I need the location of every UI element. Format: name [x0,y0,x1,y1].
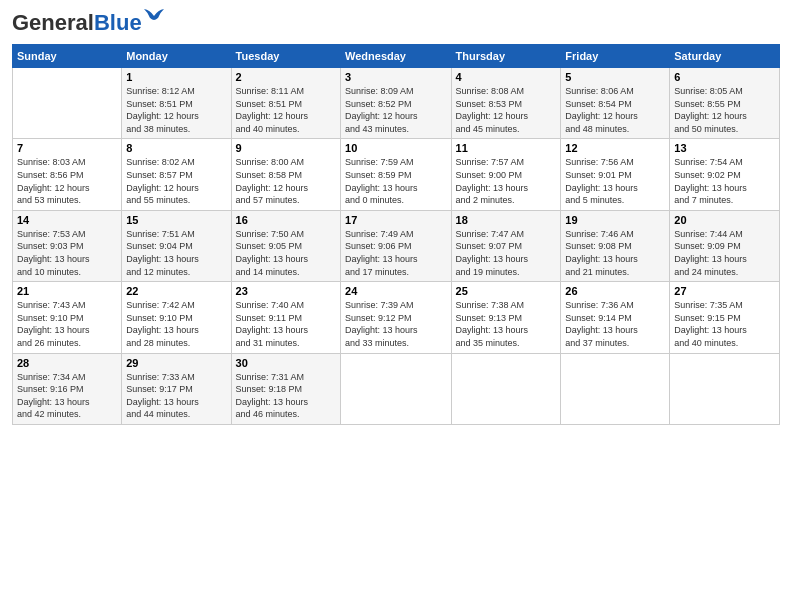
day-number: 22 [126,285,226,297]
calendar-cell: 3Sunrise: 8:09 AM Sunset: 8:52 PM Daylig… [341,68,451,139]
day-info: Sunrise: 8:08 AM Sunset: 8:53 PM Dayligh… [456,85,557,135]
day-info: Sunrise: 8:03 AM Sunset: 8:56 PM Dayligh… [17,156,117,206]
day-info: Sunrise: 8:11 AM Sunset: 8:51 PM Dayligh… [236,85,336,135]
calendar-cell: 28Sunrise: 7:34 AM Sunset: 9:16 PM Dayli… [13,353,122,424]
calendar-cell: 18Sunrise: 7:47 AM Sunset: 9:07 PM Dayli… [451,210,561,281]
day-info: Sunrise: 8:05 AM Sunset: 8:55 PM Dayligh… [674,85,775,135]
weekday-header: Wednesday [341,45,451,68]
calendar-cell: 9Sunrise: 8:00 AM Sunset: 8:58 PM Daylig… [231,139,340,210]
day-number: 27 [674,285,775,297]
day-info: Sunrise: 7:46 AM Sunset: 9:08 PM Dayligh… [565,228,665,278]
calendar-cell: 6Sunrise: 8:05 AM Sunset: 8:55 PM Daylig… [670,68,780,139]
calendar-week-row: 21Sunrise: 7:43 AM Sunset: 9:10 PM Dayli… [13,282,780,353]
day-info: Sunrise: 7:38 AM Sunset: 9:13 PM Dayligh… [456,299,557,349]
main-container: GeneralBlue SundayMondayTuesdayWednesday… [0,0,792,435]
day-info: Sunrise: 7:49 AM Sunset: 9:06 PM Dayligh… [345,228,446,278]
calendar-cell: 24Sunrise: 7:39 AM Sunset: 9:12 PM Dayli… [341,282,451,353]
calendar-cell: 29Sunrise: 7:33 AM Sunset: 9:17 PM Dayli… [122,353,231,424]
day-number: 4 [456,71,557,83]
calendar-cell: 11Sunrise: 7:57 AM Sunset: 9:00 PM Dayli… [451,139,561,210]
logo-bird-icon [144,8,164,24]
day-number: 2 [236,71,336,83]
day-number: 19 [565,214,665,226]
calendar-cell: 25Sunrise: 7:38 AM Sunset: 9:13 PM Dayli… [451,282,561,353]
calendar-cell: 23Sunrise: 7:40 AM Sunset: 9:11 PM Dayli… [231,282,340,353]
day-info: Sunrise: 7:51 AM Sunset: 9:04 PM Dayligh… [126,228,226,278]
day-info: Sunrise: 8:12 AM Sunset: 8:51 PM Dayligh… [126,85,226,135]
calendar-cell: 7Sunrise: 8:03 AM Sunset: 8:56 PM Daylig… [13,139,122,210]
calendar-cell [13,68,122,139]
day-number: 6 [674,71,775,83]
logo-text: GeneralBlue [12,10,142,35]
day-number: 9 [236,142,336,154]
calendar-cell: 16Sunrise: 7:50 AM Sunset: 9:05 PM Dayli… [231,210,340,281]
calendar-cell: 1Sunrise: 8:12 AM Sunset: 8:51 PM Daylig… [122,68,231,139]
day-info: Sunrise: 7:59 AM Sunset: 8:59 PM Dayligh… [345,156,446,206]
day-number: 14 [17,214,117,226]
header-row: SundayMondayTuesdayWednesdayThursdayFrid… [13,45,780,68]
weekday-header: Thursday [451,45,561,68]
day-number: 13 [674,142,775,154]
day-number: 28 [17,357,117,369]
day-number: 24 [345,285,446,297]
calendar-cell: 5Sunrise: 8:06 AM Sunset: 8:54 PM Daylig… [561,68,670,139]
calendar-week-row: 14Sunrise: 7:53 AM Sunset: 9:03 PM Dayli… [13,210,780,281]
day-info: Sunrise: 7:39 AM Sunset: 9:12 PM Dayligh… [345,299,446,349]
day-number: 20 [674,214,775,226]
day-info: Sunrise: 7:35 AM Sunset: 9:15 PM Dayligh… [674,299,775,349]
day-number: 5 [565,71,665,83]
day-number: 1 [126,71,226,83]
day-info: Sunrise: 7:54 AM Sunset: 9:02 PM Dayligh… [674,156,775,206]
day-number: 7 [17,142,117,154]
day-info: Sunrise: 7:50 AM Sunset: 9:05 PM Dayligh… [236,228,336,278]
day-number: 30 [236,357,336,369]
day-info: Sunrise: 7:31 AM Sunset: 9:18 PM Dayligh… [236,371,336,421]
day-number: 11 [456,142,557,154]
header: GeneralBlue [12,10,780,36]
day-number: 10 [345,142,446,154]
day-number: 12 [565,142,665,154]
day-number: 23 [236,285,336,297]
day-info: Sunrise: 8:02 AM Sunset: 8:57 PM Dayligh… [126,156,226,206]
calendar-cell: 26Sunrise: 7:36 AM Sunset: 9:14 PM Dayli… [561,282,670,353]
day-info: Sunrise: 7:44 AM Sunset: 9:09 PM Dayligh… [674,228,775,278]
day-info: Sunrise: 7:34 AM Sunset: 9:16 PM Dayligh… [17,371,117,421]
day-number: 18 [456,214,557,226]
day-info: Sunrise: 7:42 AM Sunset: 9:10 PM Dayligh… [126,299,226,349]
calendar-cell: 10Sunrise: 7:59 AM Sunset: 8:59 PM Dayli… [341,139,451,210]
day-info: Sunrise: 7:47 AM Sunset: 9:07 PM Dayligh… [456,228,557,278]
day-number: 8 [126,142,226,154]
calendar-cell: 12Sunrise: 7:56 AM Sunset: 9:01 PM Dayli… [561,139,670,210]
weekday-header: Saturday [670,45,780,68]
calendar-cell: 19Sunrise: 7:46 AM Sunset: 9:08 PM Dayli… [561,210,670,281]
day-number: 29 [126,357,226,369]
calendar-cell: 4Sunrise: 8:08 AM Sunset: 8:53 PM Daylig… [451,68,561,139]
day-number: 25 [456,285,557,297]
calendar-cell: 27Sunrise: 7:35 AM Sunset: 9:15 PM Dayli… [670,282,780,353]
day-info: Sunrise: 7:36 AM Sunset: 9:14 PM Dayligh… [565,299,665,349]
logo: GeneralBlue [12,10,142,36]
day-number: 17 [345,214,446,226]
calendar-week-row: 1Sunrise: 8:12 AM Sunset: 8:51 PM Daylig… [13,68,780,139]
calendar-cell: 13Sunrise: 7:54 AM Sunset: 9:02 PM Dayli… [670,139,780,210]
calendar-cell: 15Sunrise: 7:51 AM Sunset: 9:04 PM Dayli… [122,210,231,281]
weekday-header: Friday [561,45,670,68]
calendar-week-row: 7Sunrise: 8:03 AM Sunset: 8:56 PM Daylig… [13,139,780,210]
calendar-cell: 14Sunrise: 7:53 AM Sunset: 9:03 PM Dayli… [13,210,122,281]
day-info: Sunrise: 7:56 AM Sunset: 9:01 PM Dayligh… [565,156,665,206]
day-info: Sunrise: 7:33 AM Sunset: 9:17 PM Dayligh… [126,371,226,421]
weekday-header: Tuesday [231,45,340,68]
weekday-header: Monday [122,45,231,68]
calendar-cell: 20Sunrise: 7:44 AM Sunset: 9:09 PM Dayli… [670,210,780,281]
day-info: Sunrise: 7:53 AM Sunset: 9:03 PM Dayligh… [17,228,117,278]
calendar-week-row: 28Sunrise: 7:34 AM Sunset: 9:16 PM Dayli… [13,353,780,424]
calendar-cell [670,353,780,424]
calendar-cell [341,353,451,424]
calendar-cell: 21Sunrise: 7:43 AM Sunset: 9:10 PM Dayli… [13,282,122,353]
day-info: Sunrise: 7:43 AM Sunset: 9:10 PM Dayligh… [17,299,117,349]
day-number: 16 [236,214,336,226]
weekday-header: Sunday [13,45,122,68]
calendar-cell: 8Sunrise: 8:02 AM Sunset: 8:57 PM Daylig… [122,139,231,210]
day-number: 26 [565,285,665,297]
calendar-cell [451,353,561,424]
